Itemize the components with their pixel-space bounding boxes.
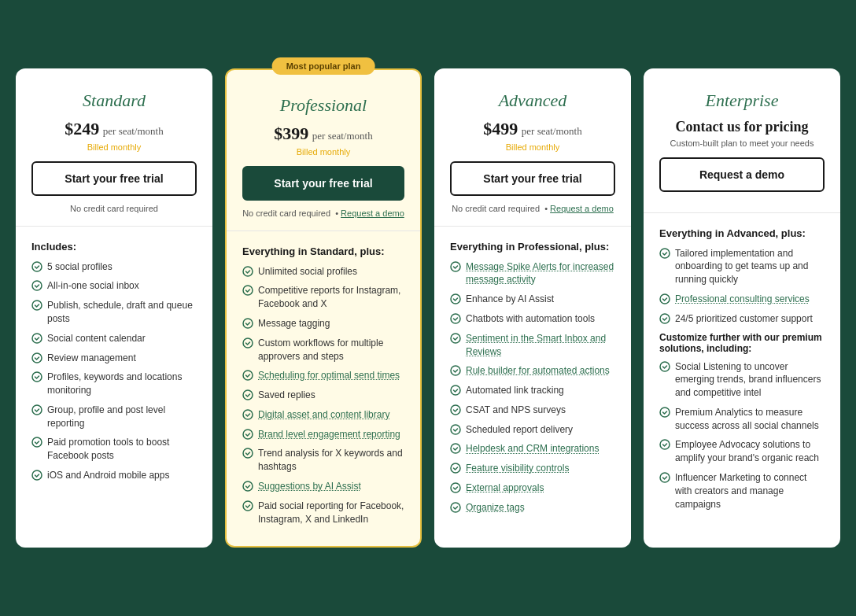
check-icon [659, 472, 670, 483]
feature-link[interactable]: Brand level engagement reporting [258, 429, 400, 440]
check-icon [242, 409, 253, 420]
list-item: Profiles, keywords and locations monitor… [31, 371, 197, 397]
price-per-professional: per seat/month [312, 130, 373, 142]
enterprise-sub: Custom-built plan to meet your needs [659, 138, 825, 148]
plan-header-standard: Standard $249 per seat/month Billed mont… [16, 68, 212, 227]
list-item: Automated link tracking [450, 384, 615, 397]
check-icon [242, 429, 253, 440]
list-item: Social content calendar [31, 332, 197, 345]
plan-card-professional: Most popular plan Professional $399 per … [225, 68, 422, 548]
plan-name-advanced: Advanced [450, 90, 615, 111]
check-icon [242, 266, 253, 277]
list-item: Enhance by AI Assist [450, 293, 615, 306]
feature-list-standard: 5 social profiles All-in-one social inbo… [31, 260, 197, 482]
feature-link[interactable]: Feature visibility controls [466, 463, 569, 474]
list-item: Message tagging [242, 317, 404, 330]
svg-point-21 [451, 294, 460, 304]
billed-advanced: Billed monthly [450, 142, 615, 152]
feature-link[interactable]: Organize tags [466, 502, 525, 513]
feature-link[interactable]: Helpdesk and CRM integrations [466, 443, 599, 454]
check-icon [31, 470, 42, 481]
check-icon [242, 370, 253, 381]
list-item: 5 social profiles [31, 260, 197, 274]
svg-point-27 [451, 425, 460, 434]
list-item: External approvals [450, 481, 615, 495]
svg-point-10 [243, 286, 253, 295]
check-icon [31, 437, 42, 448]
list-item: Paid social reporting for Facebook, Inst… [242, 500, 404, 526]
plan-header-professional: Professional $399 per seat/month Billed … [227, 70, 420, 231]
check-icon [450, 482, 461, 493]
feature-link[interactable]: Sentiment in the Smart Inbox and Reviews [466, 333, 606, 357]
plan-price-professional: $399 per seat/month [242, 124, 404, 144]
feature-list-professional: Unlimited social profiles Competitive re… [242, 265, 404, 526]
features-title-enterprise: Everything in Advanced, plus: [659, 227, 825, 239]
cta-button-enterprise[interactable]: Request a demo [659, 157, 825, 192]
svg-point-9 [243, 267, 253, 276]
list-item: Rule builder for automated actions [450, 364, 615, 378]
features-title-standard: Includes: [31, 241, 197, 253]
cta-button-professional[interactable]: Start your free trial [242, 166, 404, 201]
svg-point-37 [660, 440, 670, 449]
list-item: Group, profile and post level reporting [31, 404, 197, 430]
request-demo-link-advanced[interactable]: Request a demo [550, 204, 614, 213]
svg-point-34 [660, 314, 670, 323]
request-demo-link-professional[interactable]: Request a demo [341, 208, 404, 218]
svg-point-0 [32, 262, 42, 271]
feature-link[interactable]: External approvals [466, 482, 544, 493]
plan-card-standard: Standard $249 per seat/month Billed mont… [16, 68, 212, 548]
check-icon [242, 285, 253, 296]
cta-button-standard[interactable]: Start your free trial [31, 161, 197, 196]
features-title-advanced: Everything in Professional, plus: [450, 241, 615, 253]
list-item: Social Listening to uncover emerging tre… [659, 360, 825, 400]
list-item: iOS and Android mobile apps [31, 469, 197, 482]
plan-features-standard: Includes: 5 social profiles All-in-one s… [16, 227, 212, 548]
feature-link[interactable]: Digital asset and content library [258, 409, 389, 420]
price-amount-professional: $399 [274, 124, 308, 143]
check-icon [450, 443, 461, 454]
check-icon [31, 300, 42, 311]
check-icon [659, 293, 670, 304]
check-icon [659, 361, 670, 372]
plan-features-advanced: Everything in Professional, plus: Messag… [434, 227, 631, 548]
feature-link[interactable]: Suggestions by AI Assist [258, 481, 361, 492]
svg-point-11 [243, 319, 253, 328]
svg-point-25 [451, 385, 460, 395]
check-icon [450, 261, 461, 272]
list-item: All-in-one social inbox [31, 279, 197, 293]
svg-point-31 [451, 503, 460, 512]
check-icon [31, 261, 42, 272]
svg-point-30 [451, 483, 460, 492]
svg-point-6 [32, 405, 42, 415]
svg-point-18 [243, 481, 253, 491]
svg-point-7 [32, 437, 42, 447]
pricing-grid: Standard $249 per seat/month Billed mont… [16, 68, 840, 548]
list-item: Sentiment in the Smart Inbox and Reviews [450, 332, 615, 359]
feature-link[interactable]: Professional consulting services [675, 293, 810, 304]
svg-point-4 [32, 353, 42, 363]
feature-link[interactable]: Scheduling for optimal send times [258, 370, 400, 381]
svg-point-17 [243, 448, 253, 458]
plan-price-advanced: $499 per seat/month [450, 119, 615, 139]
premium-feature-list-enterprise: Social Listening to uncover emerging tre… [659, 360, 825, 511]
list-item: Scheduled report delivery [450, 423, 615, 437]
list-item: Message Spike Alerts for increased messa… [450, 260, 615, 287]
list-item: Custom workflows for multiple approvers … [242, 337, 404, 363]
svg-point-35 [660, 362, 670, 371]
check-icon [242, 481, 253, 492]
check-icon [31, 280, 42, 291]
feature-link[interactable]: Message Spike Alerts for increased messa… [466, 261, 614, 286]
list-item: Trend analysis for X keywords and hashta… [242, 447, 404, 474]
check-icon [242, 389, 253, 400]
svg-point-1 [32, 281, 42, 290]
check-icon [242, 500, 253, 511]
plan-header-enterprise: Enterprise Contact us for pricing Custom… [644, 68, 840, 213]
feature-link[interactable]: Rule builder for automated actions [466, 365, 610, 376]
customize-title: Customize further with our premium solut… [659, 332, 825, 354]
list-item: Review management [31, 352, 197, 365]
cta-button-advanced[interactable]: Start your free trial [450, 161, 615, 196]
plan-header-advanced: Advanced $499 per seat/month Billed mont… [434, 68, 631, 227]
svg-point-36 [660, 408, 670, 417]
plan-name-enterprise: Enterprise [659, 90, 825, 111]
list-item: Unlimited social profiles [242, 265, 404, 278]
